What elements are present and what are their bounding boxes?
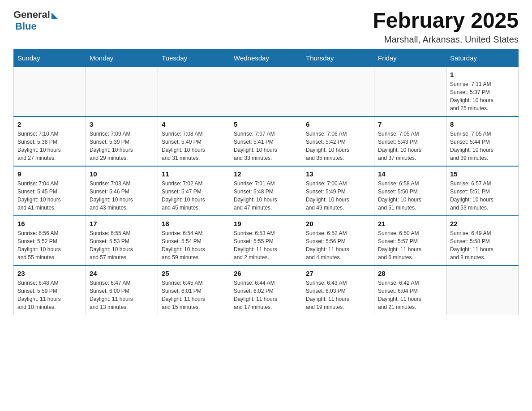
day-number: 8	[450, 120, 515, 128]
table-row: 21Sunrise: 6:50 AM Sunset: 5:57 PM Dayli…	[374, 216, 446, 265]
table-row	[302, 67, 374, 116]
day-info: Sunrise: 7:04 AM Sunset: 5:45 PM Dayligh…	[17, 180, 82, 212]
table-row: 14Sunrise: 6:58 AM Sunset: 5:50 PM Dayli…	[374, 166, 446, 216]
table-row: 3Sunrise: 7:09 AM Sunset: 5:39 PM Daylig…	[86, 116, 158, 166]
day-info: Sunrise: 6:47 AM Sunset: 6:00 PM Dayligh…	[90, 279, 154, 311]
table-row	[158, 67, 230, 116]
day-number: 17	[90, 220, 154, 227]
col-friday: Friday	[374, 49, 446, 67]
table-row: 8Sunrise: 7:05 AM Sunset: 5:44 PM Daylig…	[446, 116, 519, 166]
col-tuesday: Tuesday	[158, 49, 230, 67]
table-row: 17Sunrise: 6:55 AM Sunset: 5:53 PM Dayli…	[86, 216, 158, 265]
table-row: 10Sunrise: 7:03 AM Sunset: 5:46 PM Dayli…	[86, 166, 158, 216]
col-sunday: Sunday	[14, 49, 86, 67]
logo: General Blue	[13, 9, 58, 32]
day-info: Sunrise: 6:50 AM Sunset: 5:57 PM Dayligh…	[378, 229, 442, 261]
day-info: Sunrise: 6:54 AM Sunset: 5:54 PM Dayligh…	[162, 229, 226, 261]
day-number: 10	[90, 170, 154, 178]
logo-general-text: General	[13, 9, 50, 21]
calendar-header-row: Sunday Monday Tuesday Wednesday Thursday…	[14, 49, 519, 67]
month-title: February 2025	[373, 9, 519, 33]
day-number: 22	[450, 220, 515, 227]
calendar-week-row: 16Sunrise: 6:56 AM Sunset: 5:52 PM Dayli…	[14, 216, 519, 265]
day-number: 3	[90, 120, 154, 128]
day-info: Sunrise: 7:06 AM Sunset: 5:42 PM Dayligh…	[306, 130, 370, 162]
day-info: Sunrise: 6:57 AM Sunset: 5:51 PM Dayligh…	[450, 180, 515, 212]
day-info: Sunrise: 6:55 AM Sunset: 5:53 PM Dayligh…	[90, 229, 154, 261]
table-row: 1Sunrise: 7:11 AM Sunset: 5:37 PM Daylig…	[446, 67, 519, 116]
col-thursday: Thursday	[302, 49, 374, 67]
day-info: Sunrise: 6:49 AM Sunset: 5:58 PM Dayligh…	[450, 229, 515, 261]
day-info: Sunrise: 7:01 AM Sunset: 5:48 PM Dayligh…	[234, 180, 298, 212]
calendar-table: Sunday Monday Tuesday Wednesday Thursday…	[13, 49, 519, 315]
day-info: Sunrise: 6:43 AM Sunset: 6:03 PM Dayligh…	[306, 279, 370, 311]
day-number: 18	[162, 220, 226, 227]
day-info: Sunrise: 7:00 AM Sunset: 5:49 PM Dayligh…	[306, 180, 370, 212]
day-number: 25	[162, 270, 226, 277]
table-row: 22Sunrise: 6:49 AM Sunset: 5:58 PM Dayli…	[446, 216, 519, 265]
table-row: 6Sunrise: 7:06 AM Sunset: 5:42 PM Daylig…	[302, 116, 374, 166]
day-info: Sunrise: 6:42 AM Sunset: 6:04 PM Dayligh…	[378, 279, 442, 311]
day-info: Sunrise: 7:03 AM Sunset: 5:46 PM Dayligh…	[90, 180, 154, 212]
logo-blue-text: Blue	[15, 21, 37, 32]
col-monday: Monday	[86, 49, 158, 67]
day-number: 12	[234, 170, 298, 178]
table-row: 24Sunrise: 6:47 AM Sunset: 6:00 PM Dayli…	[86, 265, 158, 315]
table-row: 9Sunrise: 7:04 AM Sunset: 5:45 PM Daylig…	[14, 166, 86, 216]
page-header: General Blue February 2025 Marshall, Ark…	[13, 9, 519, 45]
table-row: 7Sunrise: 7:05 AM Sunset: 5:43 PM Daylig…	[374, 116, 446, 166]
day-number: 13	[306, 170, 370, 178]
day-number: 5	[234, 120, 298, 128]
table-row	[86, 67, 158, 116]
calendar-week-row: 2Sunrise: 7:10 AM Sunset: 5:38 PM Daylig…	[14, 116, 519, 166]
col-saturday: Saturday	[446, 49, 519, 67]
day-number: 16	[17, 220, 82, 227]
table-row: 16Sunrise: 6:56 AM Sunset: 5:52 PM Dayli…	[14, 216, 86, 265]
day-number: 21	[378, 220, 442, 227]
table-row: 23Sunrise: 6:48 AM Sunset: 5:59 PM Dayli…	[14, 265, 86, 315]
day-number: 28	[378, 270, 442, 277]
day-number: 27	[306, 270, 370, 277]
table-row: 25Sunrise: 6:45 AM Sunset: 6:01 PM Dayli…	[158, 265, 230, 315]
table-row: 12Sunrise: 7:01 AM Sunset: 5:48 PM Dayli…	[230, 166, 302, 216]
day-number: 11	[162, 170, 226, 178]
day-number: 14	[378, 170, 442, 178]
day-info: Sunrise: 7:05 AM Sunset: 5:43 PM Dayligh…	[378, 130, 442, 162]
day-info: Sunrise: 6:52 AM Sunset: 5:56 PM Dayligh…	[306, 229, 370, 261]
day-info: Sunrise: 6:53 AM Sunset: 5:55 PM Dayligh…	[234, 229, 298, 261]
day-info: Sunrise: 6:44 AM Sunset: 6:02 PM Dayligh…	[234, 279, 298, 311]
day-info: Sunrise: 7:02 AM Sunset: 5:47 PM Dayligh…	[162, 180, 226, 212]
day-number: 4	[162, 120, 226, 128]
logo-arrow-icon	[51, 13, 58, 19]
day-info: Sunrise: 7:10 AM Sunset: 5:38 PM Dayligh…	[17, 130, 82, 162]
day-info: Sunrise: 6:56 AM Sunset: 5:52 PM Dayligh…	[17, 229, 82, 261]
day-info: Sunrise: 6:45 AM Sunset: 6:01 PM Dayligh…	[162, 279, 226, 311]
day-number: 24	[90, 270, 154, 277]
table-row: 13Sunrise: 7:00 AM Sunset: 5:49 PM Dayli…	[302, 166, 374, 216]
calendar-week-row: 9Sunrise: 7:04 AM Sunset: 5:45 PM Daylig…	[14, 166, 519, 216]
calendar-week-row: 1Sunrise: 7:11 AM Sunset: 5:37 PM Daylig…	[14, 67, 519, 116]
table-row: 4Sunrise: 7:08 AM Sunset: 5:40 PM Daylig…	[158, 116, 230, 166]
table-row	[14, 67, 86, 116]
day-number: 6	[306, 120, 370, 128]
table-row	[446, 265, 519, 315]
table-row	[230, 67, 302, 116]
location-title: Marshall, Arkansas, United States	[373, 34, 519, 45]
day-number: 7	[378, 120, 442, 128]
col-wednesday: Wednesday	[230, 49, 302, 67]
day-info: Sunrise: 6:58 AM Sunset: 5:50 PM Dayligh…	[378, 180, 442, 212]
table-row: 15Sunrise: 6:57 AM Sunset: 5:51 PM Dayli…	[446, 166, 519, 216]
day-number: 20	[306, 220, 370, 227]
day-info: Sunrise: 7:05 AM Sunset: 5:44 PM Dayligh…	[450, 130, 515, 162]
title-section: February 2025 Marshall, Arkansas, United…	[373, 9, 519, 45]
day-number: 1	[450, 71, 515, 78]
day-info: Sunrise: 7:08 AM Sunset: 5:40 PM Dayligh…	[162, 130, 226, 162]
day-number: 23	[17, 270, 82, 277]
table-row: 18Sunrise: 6:54 AM Sunset: 5:54 PM Dayli…	[158, 216, 230, 265]
day-number: 19	[234, 220, 298, 227]
day-number: 15	[450, 170, 515, 178]
table-row: 2Sunrise: 7:10 AM Sunset: 5:38 PM Daylig…	[14, 116, 86, 166]
table-row: 20Sunrise: 6:52 AM Sunset: 5:56 PM Dayli…	[302, 216, 374, 265]
table-row: 27Sunrise: 6:43 AM Sunset: 6:03 PM Dayli…	[302, 265, 374, 315]
table-row: 5Sunrise: 7:07 AM Sunset: 5:41 PM Daylig…	[230, 116, 302, 166]
